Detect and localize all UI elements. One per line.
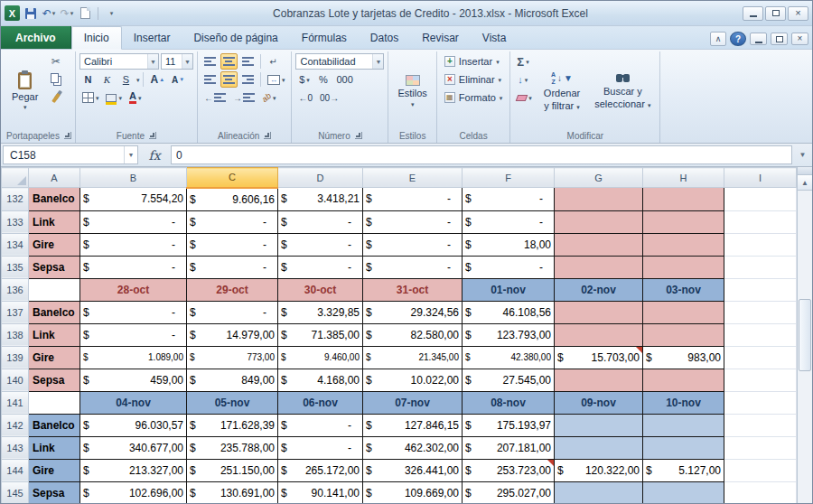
cell-H139[interactable]: $983,00	[643, 346, 724, 369]
cell-G132[interactable]	[555, 188, 643, 211]
help-button[interactable]: ?	[730, 32, 746, 46]
italic-button[interactable]: K	[98, 71, 116, 88]
cell-F144[interactable]: $253.723,00	[463, 459, 555, 481]
scrollbar-split-handle[interactable]	[798, 167, 812, 175]
expand-formula-bar-button[interactable]: ▼	[795, 145, 810, 164]
align-middle-button[interactable]	[220, 53, 238, 70]
cell-A144[interactable]: Gire	[29, 459, 80, 481]
cell-D139[interactable]: $9.460,00	[278, 346, 363, 369]
cell-D140[interactable]: $4.168,00	[278, 369, 363, 391]
align-right-button[interactable]	[239, 71, 257, 88]
row-header-144[interactable]: 144	[2, 459, 29, 481]
row-header-140[interactable]: 140	[2, 369, 29, 391]
cell-D136[interactable]: 30-oct	[278, 278, 363, 301]
cell-B139[interactable]: $1.089,00	[80, 346, 187, 369]
cell-F139[interactable]: $42.380,00	[463, 346, 555, 369]
cell-G145[interactable]	[555, 481, 643, 504]
cell-A135[interactable]: Sepsa	[29, 256, 80, 278]
cell-B134[interactable]: $-	[80, 233, 187, 256]
align-top-button[interactable]	[201, 53, 219, 70]
cell-D141[interactable]: 06-nov	[278, 391, 363, 414]
cell-G134[interactable]	[555, 233, 643, 256]
cell-A136[interactable]	[29, 278, 80, 301]
undo-button[interactable]: ↶▾	[42, 5, 56, 22]
tab-inicio[interactable]: Inicio	[71, 26, 122, 50]
cell-I134[interactable]	[724, 233, 797, 256]
cell-F134[interactable]: $18,00	[463, 233, 555, 256]
font-color-button[interactable]: A▾	[126, 89, 144, 106]
cell-D143[interactable]: $-	[278, 436, 363, 459]
cell-D137[interactable]: $3.329,85	[278, 301, 363, 323]
cell-G135[interactable]	[555, 256, 643, 278]
cell-B136[interactable]: 28-oct	[80, 278, 187, 301]
cell-E137[interactable]: $29.324,56	[363, 301, 463, 323]
cell-B135[interactable]: $-	[80, 256, 187, 278]
restore-button[interactable]	[765, 6, 786, 21]
workbook-close-button[interactable]: ×	[791, 33, 808, 45]
align-center-button[interactable]	[220, 71, 238, 88]
cell-E132[interactable]: $-	[363, 188, 463, 211]
cell-E134[interactable]: $-	[363, 233, 463, 256]
scrollbar-track[interactable]	[798, 191, 812, 504]
clear-button[interactable]: ▾	[514, 89, 535, 106]
format-painter-button[interactable]	[47, 89, 64, 106]
row-header-139[interactable]: 139	[2, 346, 29, 369]
thousands-format-button[interactable]: 000	[333, 71, 355, 88]
cell-A134[interactable]: Gire	[29, 233, 80, 256]
column-header-H[interactable]: H	[643, 168, 724, 188]
cell-C143[interactable]: $235.788,00	[187, 436, 278, 459]
cell-I133[interactable]	[724, 210, 797, 233]
scroll-up-button[interactable]: ▲	[798, 175, 812, 191]
row-header-145[interactable]: 145	[2, 481, 29, 504]
cell-G141[interactable]: 09-nov	[555, 391, 643, 414]
increase-indent-button[interactable]: →	[230, 89, 257, 106]
cell-G143[interactable]	[555, 436, 643, 459]
cell-B145[interactable]: $102.696,00	[80, 481, 187, 504]
row-header-132[interactable]: 132	[2, 188, 29, 211]
column-header-I[interactable]: I	[724, 168, 797, 188]
cell-C145[interactable]: $130.691,00	[187, 481, 278, 504]
cell-H137[interactable]	[643, 301, 724, 323]
cell-G144[interactable]: $120.322,00	[555, 459, 643, 481]
number-dialog-launcher[interactable]	[355, 132, 362, 139]
cell-D134[interactable]: $-	[278, 233, 363, 256]
number-format-select[interactable]: Contabilidad▼	[295, 53, 384, 70]
autosum-button[interactable]: Σ▾	[514, 53, 531, 70]
column-header-D[interactable]: D	[278, 168, 363, 188]
close-button[interactable]: ×	[788, 6, 808, 21]
cell-H135[interactable]	[643, 256, 724, 278]
fill-button[interactable]: ↓▾	[514, 71, 531, 88]
decrease-indent-button[interactable]: ←	[201, 89, 229, 106]
cell-C133[interactable]: $-	[187, 210, 278, 233]
cell-F140[interactable]: $27.545,00	[463, 369, 555, 391]
cell-A141[interactable]	[29, 391, 80, 414]
cell-C138[interactable]: $14.979,00	[187, 323, 278, 346]
column-header-F[interactable]: F	[463, 168, 555, 188]
cell-A145[interactable]: Sepsa	[29, 481, 80, 504]
insert-function-button[interactable]: fx	[141, 145, 168, 164]
cell-A138[interactable]: Link	[29, 323, 80, 346]
tab-diseño-de-página[interactable]: Diseño de página	[182, 27, 289, 49]
cell-G142[interactable]	[555, 414, 643, 436]
qat-customize-button[interactable]: ▾	[104, 5, 118, 22]
select-all-corner[interactable]	[2, 168, 29, 188]
cut-button[interactable]: ✂	[47, 53, 64, 70]
percent-format-button[interactable]: %	[314, 71, 332, 88]
alignment-dialog-launcher[interactable]	[264, 132, 271, 139]
cell-E136[interactable]: 31-oct	[363, 278, 463, 301]
paste-button[interactable]: Pegar ▾	[6, 53, 43, 129]
cell-C136[interactable]: 29-oct	[187, 278, 278, 301]
cell-A137[interactable]: Banelco	[29, 301, 80, 323]
tab-datos[interactable]: Datos	[359, 27, 410, 49]
formula-input[interactable]: 0	[171, 145, 792, 164]
column-header-A[interactable]: A	[29, 168, 80, 188]
row-header-137[interactable]: 137	[2, 301, 29, 323]
cell-C135[interactable]: $-	[187, 256, 278, 278]
redo-button[interactable]: ↷▾	[60, 5, 74, 22]
cell-I135[interactable]	[724, 256, 797, 278]
cell-F141[interactable]: 08-nov	[463, 391, 555, 414]
cell-A143[interactable]: Link	[29, 436, 80, 459]
cell-E135[interactable]: $-	[363, 256, 463, 278]
cell-B133[interactable]: $-	[80, 210, 187, 233]
cell-B132[interactable]: $7.554,20	[80, 188, 187, 211]
